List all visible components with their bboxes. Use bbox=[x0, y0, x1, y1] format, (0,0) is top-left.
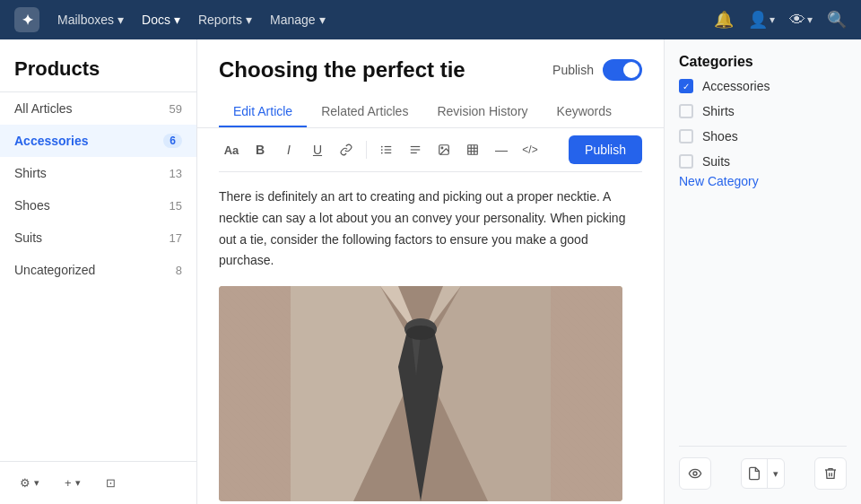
category-shirts[interactable]: Shirts bbox=[679, 99, 847, 124]
logo: ✦ bbox=[14, 7, 39, 32]
italic-button[interactable]: I bbox=[276, 137, 301, 162]
sidebar-list: All Articles 59 Accessories 6 Shirts 13 … bbox=[0, 92, 196, 461]
svg-point-3 bbox=[381, 146, 383, 148]
panel-actions: ▾ bbox=[679, 446, 847, 490]
new-category-link[interactable]: New Category bbox=[679, 174, 759, 188]
sidebar-item-accessories[interactable]: Accessories 6 bbox=[0, 125, 196, 157]
publish-label: Publish bbox=[552, 63, 594, 77]
nav-reports[interactable]: Reports ▾ bbox=[198, 13, 252, 27]
notification-icon[interactable]: 🔔 bbox=[714, 10, 734, 30]
editor-area: Aa B I U — bbox=[197, 128, 664, 504]
right-panel: Categories Accessories Shirts Shoes Suit… bbox=[664, 39, 861, 504]
publish-button[interactable]: Publish bbox=[569, 135, 642, 164]
chevron-down-icon: ▾ bbox=[773, 468, 778, 480]
category-shoes[interactable]: Shoes bbox=[679, 124, 847, 149]
chevron-down-icon: ▾ bbox=[246, 13, 252, 27]
code-button[interactable]: </> bbox=[517, 137, 543, 162]
bullet-list-button[interactable] bbox=[374, 137, 399, 162]
sidebar-item-count: 15 bbox=[170, 199, 182, 213]
sidebar-item-label: Accessories bbox=[14, 134, 89, 148]
chevron-down-icon: ▾ bbox=[174, 13, 180, 27]
align-button[interactable] bbox=[403, 137, 428, 162]
nav-manage[interactable]: Manage ▾ bbox=[270, 13, 326, 27]
tab-edit-article[interactable]: Edit Article bbox=[219, 97, 307, 127]
sidebar-item-uncategorized[interactable]: Uncategorized 8 bbox=[0, 254, 196, 286]
svg-point-4 bbox=[381, 149, 383, 151]
publish-toggle[interactable] bbox=[603, 59, 642, 81]
sidebar-item-count: 6 bbox=[163, 134, 182, 148]
checkbox-accessories[interactable] bbox=[679, 79, 693, 93]
category-suits-label: Suits bbox=[702, 154, 730, 169]
category-shoes-label: Shoes bbox=[702, 129, 738, 143]
category-suits[interactable]: Suits bbox=[679, 149, 847, 174]
sidebar-header: Products bbox=[0, 39, 196, 92]
main-layout: Products All Articles 59 Accessories 6 S… bbox=[0, 39, 861, 504]
sidebar-item-shirts[interactable]: Shirts 13 bbox=[0, 157, 196, 189]
sidebar-item-count: 8 bbox=[176, 264, 182, 277]
sidebar-title: Products bbox=[14, 57, 182, 81]
svg-rect-11 bbox=[468, 145, 478, 155]
toolbar-divider bbox=[366, 141, 367, 159]
article-header: Choosing the perfect tie Publish Edit Ar… bbox=[197, 39, 664, 128]
svg-point-10 bbox=[441, 147, 443, 149]
export-button-group: ▾ bbox=[741, 458, 785, 489]
checkbox-shoes[interactable] bbox=[679, 129, 693, 143]
chevron-down-icon: ▾ bbox=[75, 477, 81, 489]
chevron-down-icon: ▾ bbox=[34, 477, 39, 489]
sidebar-item-label: Suits bbox=[14, 230, 42, 245]
divider-button[interactable]: — bbox=[489, 137, 514, 162]
article-title: Choosing the perfect tie bbox=[219, 57, 465, 83]
sidebar-item-label: Uncategorized bbox=[14, 263, 95, 277]
link-button[interactable] bbox=[334, 137, 359, 162]
image-button[interactable] bbox=[431, 137, 457, 162]
checkbox-shirts[interactable] bbox=[679, 104, 693, 118]
chevron-down-icon: ▾ bbox=[319, 13, 326, 27]
settings-button[interactable]: ⚙ ▾ bbox=[11, 471, 48, 495]
export-button[interactable] bbox=[742, 459, 767, 488]
chevron-down-icon: ▾ bbox=[117, 13, 124, 27]
sidebar-item-all-articles[interactable]: All Articles 59 bbox=[0, 92, 196, 125]
tab-related-articles[interactable]: Related Articles bbox=[307, 97, 422, 127]
svg-point-27 bbox=[406, 326, 435, 340]
sidebar-item-count: 17 bbox=[170, 231, 182, 245]
article-title-row: Choosing the perfect tie Publish bbox=[219, 57, 642, 83]
gear-icon: ⚙ bbox=[20, 476, 30, 490]
plus-icon: + bbox=[65, 476, 72, 490]
delete-button[interactable] bbox=[814, 457, 847, 490]
text-size-button[interactable]: Aa bbox=[219, 137, 244, 162]
checkbox-suits[interactable] bbox=[679, 154, 693, 169]
publish-row: Publish bbox=[552, 59, 642, 81]
category-accessories-label: Accessories bbox=[702, 79, 770, 93]
article-image bbox=[219, 286, 622, 501]
export-dropdown-button[interactable]: ▾ bbox=[768, 461, 784, 487]
nav-docs[interactable]: Docs ▾ bbox=[142, 13, 180, 27]
add-button[interactable]: + ▾ bbox=[56, 471, 90, 495]
sidebar-item-label: Shirts bbox=[14, 166, 47, 180]
profile-icon[interactable]: 👁▾ bbox=[789, 11, 813, 30]
display-button[interactable]: ⊡ bbox=[97, 471, 125, 495]
user-settings-icon[interactable]: 👤▾ bbox=[748, 10, 775, 30]
editor-toolbar: Aa B I U — bbox=[219, 128, 642, 172]
sidebar-footer: ⚙ ▾ + ▾ ⊡ bbox=[0, 461, 196, 504]
article-body-text[interactable]: There is definitely an art to creating a… bbox=[219, 187, 642, 272]
preview-button[interactable] bbox=[679, 457, 711, 490]
monitor-icon: ⊡ bbox=[106, 476, 116, 490]
search-icon[interactable]: 🔍 bbox=[827, 10, 847, 30]
sidebar-item-shoes[interactable]: Shoes 15 bbox=[0, 189, 196, 222]
table-button[interactable] bbox=[460, 137, 485, 162]
sidebar-item-suits[interactable]: Suits 17 bbox=[0, 222, 196, 254]
content-area: Choosing the perfect tie Publish Edit Ar… bbox=[197, 39, 664, 504]
bold-button[interactable]: B bbox=[248, 137, 273, 162]
sidebar-item-label: All Articles bbox=[14, 101, 73, 116]
categories-title: Categories bbox=[679, 54, 847, 70]
underline-button[interactable]: U bbox=[305, 137, 330, 162]
sidebar-item-count: 59 bbox=[170, 102, 182, 116]
tab-revision-history[interactable]: Revision History bbox=[422, 97, 542, 127]
sidebar: Products All Articles 59 Accessories 6 S… bbox=[0, 39, 197, 504]
category-accessories[interactable]: Accessories bbox=[679, 74, 847, 99]
nav-mailboxes[interactable]: Mailboxes ▾ bbox=[57, 13, 124, 27]
categories-section: Categories Accessories Shirts Shoes Suit… bbox=[679, 54, 847, 188]
tab-keywords[interactable]: Keywords bbox=[543, 97, 626, 127]
category-shirts-label: Shirts bbox=[702, 104, 735, 118]
svg-point-28 bbox=[693, 472, 697, 475]
